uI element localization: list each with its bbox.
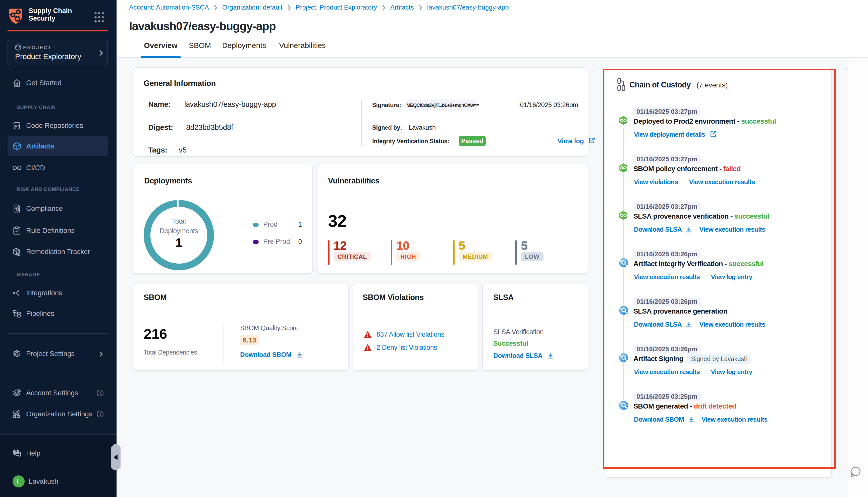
svg-text:?: ?	[15, 450, 17, 454]
